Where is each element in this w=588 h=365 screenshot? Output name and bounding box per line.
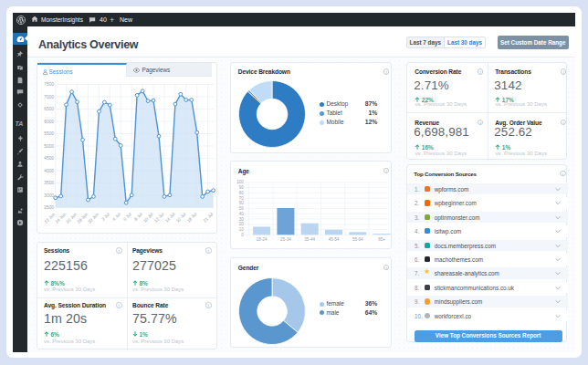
svg-text:18-24: 18-24 bbox=[257, 238, 268, 243]
svg-text:18 Jul: 18 Jul bbox=[186, 212, 198, 224]
svg-text:35-44: 35-44 bbox=[305, 238, 316, 243]
svg-text:6000: 6000 bbox=[44, 120, 54, 124]
svg-text:25-34: 25-34 bbox=[280, 238, 291, 243]
svg-text:0: 0 bbox=[242, 233, 245, 237]
svg-text:10: 10 bbox=[239, 227, 245, 232]
svg-text:22 Jun: 22 Jun bbox=[44, 212, 57, 224]
svg-text:7000: 7000 bbox=[44, 95, 54, 99]
svg-text:30: 30 bbox=[239, 217, 245, 222]
svg-text:5500: 5500 bbox=[44, 131, 54, 136]
svg-text:65+: 65+ bbox=[379, 238, 386, 243]
svg-text:40: 40 bbox=[239, 212, 245, 216]
svg-text:45-54: 45-54 bbox=[329, 238, 340, 243]
svg-text:21 Jul: 21 Jul bbox=[203, 212, 215, 224]
svg-text:3500: 3500 bbox=[44, 181, 54, 185]
svg-text:4000: 4000 bbox=[44, 169, 54, 173]
svg-text:50: 50 bbox=[239, 206, 245, 211]
svg-text:12 Jul: 12 Jul bbox=[153, 212, 165, 224]
svg-text:6 Jul: 6 Jul bbox=[122, 212, 132, 222]
svg-text:28 Jun: 28 Jun bbox=[76, 212, 89, 224]
svg-text:6500: 6500 bbox=[44, 107, 54, 111]
svg-text:100: 100 bbox=[237, 181, 245, 185]
svg-text:26 Jun: 26 Jun bbox=[65, 212, 78, 224]
svg-text:55-64: 55-64 bbox=[352, 238, 363, 243]
svg-text:20: 20 bbox=[239, 223, 245, 227]
svg-text:24 Jun: 24 Jun bbox=[55, 212, 68, 224]
svg-text:80: 80 bbox=[239, 191, 245, 195]
svg-text:4500: 4500 bbox=[44, 156, 54, 161]
svg-text:5000: 5000 bbox=[44, 144, 54, 149]
svg-text:4 Jul: 4 Jul bbox=[111, 212, 121, 222]
svg-text:7500: 7500 bbox=[44, 82, 54, 87]
svg-text:16 Jul: 16 Jul bbox=[175, 212, 187, 224]
svg-text:3000: 3000 bbox=[44, 193, 54, 198]
svg-text:90: 90 bbox=[239, 185, 245, 190]
svg-text:2500: 2500 bbox=[44, 205, 54, 210]
svg-text:60: 60 bbox=[239, 202, 245, 206]
svg-text:30 Jun: 30 Jun bbox=[87, 212, 100, 224]
svg-text:2 Jul: 2 Jul bbox=[100, 212, 110, 222]
svg-text:14 Jul: 14 Jul bbox=[164, 212, 176, 224]
svg-text:10 Jul: 10 Jul bbox=[142, 212, 154, 224]
svg-text:70: 70 bbox=[239, 196, 245, 201]
